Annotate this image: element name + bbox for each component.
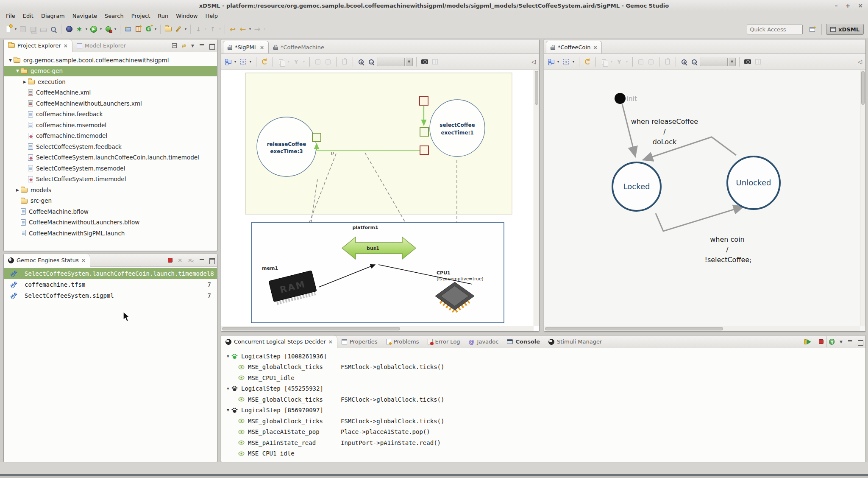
run-dropdown[interactable]: ▾ (99, 27, 103, 31)
sigpml-tab-close-icon[interactable]: × (260, 45, 264, 50)
collapse-arrow-icon[interactable]: ▶ (14, 188, 21, 192)
expand-arrow-icon[interactable]: ▼ (225, 354, 231, 358)
tree-item[interactable]: CoffeeMachinewithSigPML.launch (4, 228, 217, 239)
menu-edit[interactable]: Edit (19, 12, 37, 20)
quick-access-input[interactable] (747, 25, 803, 34)
tree-item[interactable]: ▼org.gemoc.sample.bcool.coffeemachinewit… (4, 55, 217, 66)
dispose-all-engines-icon[interactable]: ✕✕ (188, 257, 194, 264)
tree-item[interactable]: coffemachine.feedback (4, 109, 217, 120)
engine-row[interactable]: SelectCoffeeSystem.sigpml7 (4, 290, 217, 301)
coffeecoin-tab-close-icon[interactable]: × (593, 45, 597, 50)
run-icon[interactable] (89, 24, 99, 34)
tree-item[interactable]: coffemachine.timemodel (4, 131, 217, 142)
zoom-combo-dropdown[interactable]: ▼ (729, 58, 736, 66)
actor-selectcoffee[interactable] (430, 100, 485, 157)
mark-occurrences-dropdown[interactable]: ▾ (184, 27, 188, 31)
zoom-combo-dropdown[interactable]: ▼ (406, 58, 413, 66)
bottom-tab-close-icon[interactable]: × (328, 339, 333, 345)
new-wizard-icon[interactable] (3, 24, 14, 34)
expand-arrow-icon[interactable]: ▼ (225, 386, 231, 391)
last-edit-icon[interactable]: ↩ (228, 24, 238, 34)
engine-row[interactable]: SelectCoffeeSystem.launchCoffeeCoin.laun… (4, 268, 217, 279)
stop-engine-icon[interactable] (168, 258, 172, 263)
tree-item[interactable]: SelectCoffeeSystem.launchCoffeeCoin.laun… (4, 152, 217, 163)
menu-run[interactable]: Run (154, 12, 172, 20)
mse-row[interactable]: MSE_placeA1State_popPlace->placeA1State.… (221, 427, 865, 438)
new-plugin-icon[interactable]: ✦ (133, 24, 143, 34)
init-transition-edge[interactable] (622, 104, 635, 157)
input-port[interactable] (420, 128, 428, 136)
initial-state-node[interactable] (615, 93, 626, 104)
input-port[interactable] (312, 133, 321, 142)
horizontal-scrollbar[interactable] (544, 326, 860, 331)
tree-item[interactable]: SelectCoffeeSystem.feedback (4, 141, 217, 152)
window-close-button[interactable]: × (858, 2, 863, 9)
maximize-view-icon[interactable] (209, 43, 214, 48)
logical-step-row[interactable]: ▼LogicalStep [856970097] (221, 405, 865, 416)
coffeecoin-canvas[interactable]: init when releaseCoffee / doLock when co… (544, 70, 865, 331)
snapshot-icon[interactable] (743, 57, 752, 67)
tab-project-explorer[interactable]: Project Explorer × (4, 39, 72, 52)
tab-model-explorer[interactable]: Model Explorer (72, 39, 130, 52)
stop-icon[interactable] (819, 339, 823, 344)
logical-step-row[interactable]: ▼LogicalStep [1008261936] (221, 351, 865, 362)
tab-console[interactable]: Console (503, 335, 544, 348)
tab-javadoc[interactable]: @Javadoc (465, 335, 503, 348)
step-forward-icon[interactable] (804, 339, 814, 344)
window-maximize-button[interactable]: + (846, 2, 851, 9)
menu-search[interactable]: Search (101, 12, 128, 20)
snapshot-icon[interactable] (420, 57, 429, 67)
select-dropdown[interactable]: ▾ (571, 60, 576, 64)
collapse-all-icon[interactable] (172, 43, 177, 48)
output-port[interactable] (420, 146, 428, 154)
tree-item[interactable]: SelectCoffeeSystem.timemodel (4, 174, 217, 185)
tab-error-log[interactable]: Error Log (423, 335, 465, 348)
maximize-view-icon[interactable] (858, 339, 863, 344)
menu-project[interactable]: Project (128, 12, 154, 20)
dispose-engine-icon[interactable]: ✕ (178, 257, 183, 264)
collapse-arrow-icon[interactable]: ▶ (22, 80, 28, 84)
mse-row[interactable]: MSE_globalClock_ticksFSMClock->globalClo… (221, 416, 865, 427)
menu-file[interactable]: File (2, 12, 19, 20)
platform-container[interactable] (251, 223, 504, 323)
minimize-view-icon[interactable] (848, 339, 853, 344)
mse-row[interactable]: MSE_globalClock_ticksFSMClock->globalClo… (221, 362, 865, 373)
menu-diagram[interactable]: Diagram (37, 12, 69, 20)
select-filter-icon[interactable] (561, 57, 570, 67)
project-explorer-close-icon[interactable]: × (64, 43, 68, 49)
zoom-out-icon[interactable] (690, 57, 699, 67)
expand-arrow-icon[interactable]: ▼ (14, 69, 21, 73)
mse-row[interactable]: MSE_globalClock_ticksFSMClock->globalClo… (221, 394, 865, 405)
tab-properties[interactable]: Properties (337, 335, 382, 348)
tab-stimuli-manager[interactable]: Stimuli Manager (544, 335, 606, 348)
tab-problems[interactable]: Problems (382, 335, 423, 348)
minimize-view-icon[interactable] (199, 43, 204, 48)
tab-sigpml[interactable]: *SigPML × (223, 41, 269, 53)
refresh-diagram-icon[interactable] (260, 57, 269, 67)
open-perspective-icon[interactable]: ✦ (807, 24, 817, 34)
gemoc-launch-icon[interactable]: G✦ (143, 24, 153, 34)
arrange-dropdown[interactable]: ▾ (233, 60, 237, 64)
minimize-view-icon[interactable] (199, 258, 204, 263)
zoom-level-combo[interactable] (377, 58, 405, 66)
menu-navigate[interactable]: Navigate (69, 12, 101, 20)
tree-item[interactable]: coffemachine.msemodel (4, 120, 217, 131)
mark-occurrences-icon[interactable] (173, 24, 184, 34)
menu-help[interactable]: Help (201, 12, 222, 20)
view-menu-icon[interactable]: ▼ (191, 44, 194, 48)
arrange-all-icon[interactable] (223, 57, 232, 67)
select-dropdown[interactable]: ▾ (248, 60, 253, 64)
tab-engines-status[interactable]: Gemoc Engines Status × (4, 254, 90, 267)
zoom-in-icon[interactable] (356, 57, 366, 67)
arrange-all-icon[interactable] (546, 57, 555, 67)
refresh-diagram-icon[interactable] (583, 57, 592, 67)
expand-arrow-icon[interactable]: ▼ (7, 58, 14, 62)
new-project-icon[interactable]: ✦ (123, 24, 133, 34)
vertical-scrollbar[interactable] (534, 70, 539, 326)
external-tools-dropdown[interactable]: ▾ (84, 27, 89, 31)
zoom-out-icon[interactable] (367, 57, 376, 67)
search-icon[interactable] (48, 24, 58, 34)
gemoc-launch-dropdown[interactable]: ▾ (153, 27, 158, 31)
perspective-button-xdsml[interactable]: xDSML (826, 24, 864, 35)
transition-selectcoffee-edge[interactable] (656, 207, 743, 231)
